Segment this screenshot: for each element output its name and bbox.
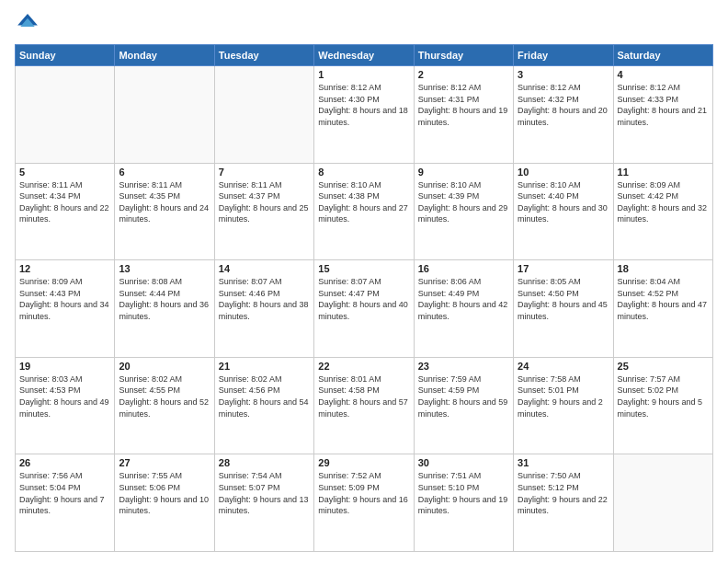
calendar-cell: 20Sunrise: 8:02 AMSunset: 4:55 PMDayligh…	[115, 357, 214, 454]
cell-info: Sunset: 4:35 PM	[119, 190, 210, 202]
day-number: 31	[518, 457, 609, 468]
cell-info: Sunrise: 8:05 AM	[518, 276, 609, 288]
calendar-cell: 30Sunrise: 7:51 AMSunset: 5:10 PMDayligh…	[414, 454, 513, 552]
cell-info: Sunset: 4:33 PM	[618, 94, 709, 106]
day-number: 29	[318, 457, 409, 468]
calendar-cell	[613, 454, 712, 552]
day-number: 28	[219, 457, 310, 468]
calendar-cell: 16Sunrise: 8:06 AMSunset: 4:49 PMDayligh…	[414, 260, 513, 358]
cell-info: Daylight: 8 hours and 36 minutes.	[119, 299, 210, 322]
calendar-cell: 27Sunrise: 7:55 AMSunset: 5:06 PMDayligh…	[115, 454, 214, 552]
cell-info: Sunset: 5:06 PM	[119, 482, 210, 494]
cell-info: Daylight: 9 hours and 13 minutes.	[219, 494, 310, 517]
header	[15, 11, 713, 37]
calendar-cell: 12Sunrise: 8:09 AMSunset: 4:43 PMDayligh…	[16, 260, 115, 358]
calendar-cell: 28Sunrise: 7:54 AMSunset: 5:07 PMDayligh…	[214, 454, 313, 552]
day-number: 27	[119, 457, 210, 468]
calendar-week-row: 19Sunrise: 8:03 AMSunset: 4:53 PMDayligh…	[16, 357, 713, 454]
weekday-header: Monday	[115, 45, 214, 66]
cell-info: Sunrise: 8:07 AM	[318, 276, 409, 288]
weekday-header: Sunday	[16, 45, 115, 66]
cell-info: Sunrise: 8:11 AM	[119, 179, 210, 191]
calendar-cell: 26Sunrise: 7:56 AMSunset: 5:04 PMDayligh…	[16, 454, 115, 552]
cell-info: Sunset: 5:09 PM	[318, 482, 409, 494]
logo	[15, 11, 44, 37]
cell-info: Daylight: 8 hours and 27 minutes.	[318, 202, 409, 225]
weekday-header-row: SundayMondayTuesdayWednesdayThursdayFrid…	[16, 45, 713, 66]
cell-info: Daylight: 9 hours and 16 minutes.	[318, 494, 409, 517]
cell-info: Daylight: 9 hours and 22 minutes.	[518, 494, 609, 517]
weekday-header: Thursday	[414, 45, 513, 66]
cell-info: Daylight: 8 hours and 47 minutes.	[618, 299, 709, 322]
cell-info: Sunrise: 8:02 AM	[119, 373, 210, 385]
cell-info: Sunset: 4:38 PM	[318, 190, 409, 202]
day-number: 7	[219, 167, 310, 178]
calendar-cell: 24Sunrise: 7:58 AMSunset: 5:01 PMDayligh…	[514, 357, 613, 454]
calendar-cell: 21Sunrise: 8:02 AMSunset: 4:56 PMDayligh…	[214, 357, 313, 454]
day-number: 3	[518, 69, 609, 80]
day-number: 23	[418, 361, 509, 372]
cell-info: Sunrise: 8:04 AM	[618, 276, 709, 288]
day-number: 21	[219, 361, 310, 372]
day-number: 10	[518, 167, 609, 178]
calendar-cell: 11Sunrise: 8:09 AMSunset: 4:42 PMDayligh…	[613, 163, 712, 260]
day-number: 13	[119, 263, 210, 274]
cell-info: Sunset: 5:01 PM	[518, 385, 609, 396]
day-number: 2	[418, 69, 509, 80]
calendar-week-row: 26Sunrise: 7:56 AMSunset: 5:04 PMDayligh…	[16, 454, 713, 552]
cell-info: Daylight: 8 hours and 34 minutes.	[19, 299, 110, 322]
calendar-cell	[16, 66, 115, 164]
day-number: 5	[19, 167, 110, 178]
cell-info: Sunset: 4:40 PM	[518, 190, 609, 202]
cell-info: Sunrise: 8:11 AM	[219, 179, 310, 191]
cell-info: Sunrise: 7:56 AM	[19, 470, 110, 482]
cell-info: Sunset: 4:53 PM	[19, 385, 110, 396]
day-number: 4	[618, 69, 709, 80]
cell-info: Sunrise: 8:08 AM	[119, 276, 210, 288]
calendar-cell	[214, 66, 313, 164]
calendar-cell: 31Sunrise: 7:50 AMSunset: 5:12 PMDayligh…	[514, 454, 613, 552]
day-number: 18	[618, 263, 709, 274]
weekday-header: Tuesday	[214, 45, 313, 66]
cell-info: Sunset: 5:12 PM	[518, 482, 609, 494]
calendar-cell: 23Sunrise: 7:59 AMSunset: 4:59 PMDayligh…	[414, 357, 513, 454]
cell-info: Sunset: 5:04 PM	[19, 482, 110, 494]
cell-info: Daylight: 8 hours and 21 minutes.	[618, 105, 709, 128]
day-number: 6	[119, 167, 210, 178]
cell-info: Sunrise: 8:03 AM	[19, 373, 110, 385]
cell-info: Daylight: 8 hours and 25 minutes.	[219, 202, 310, 225]
calendar-cell: 10Sunrise: 8:10 AMSunset: 4:40 PMDayligh…	[514, 163, 613, 260]
cell-info: Sunrise: 8:09 AM	[618, 179, 709, 191]
page: SundayMondayTuesdayWednesdayThursdayFrid…	[0, 0, 728, 563]
cell-info: Sunrise: 7:59 AM	[418, 373, 509, 385]
cell-info: Sunset: 5:07 PM	[219, 482, 310, 494]
calendar-cell: 8Sunrise: 8:10 AMSunset: 4:38 PMDaylight…	[314, 163, 414, 260]
cell-info: Sunrise: 8:02 AM	[219, 373, 310, 385]
cell-info: Sunrise: 8:12 AM	[518, 82, 609, 94]
cell-info: Sunset: 4:34 PM	[19, 190, 110, 202]
calendar-cell: 19Sunrise: 8:03 AMSunset: 4:53 PMDayligh…	[16, 357, 115, 454]
cell-info: Daylight: 8 hours and 59 minutes.	[418, 396, 509, 419]
cell-info: Daylight: 8 hours and 32 minutes.	[618, 202, 709, 225]
day-number: 17	[518, 263, 609, 274]
calendar-cell: 17Sunrise: 8:05 AMSunset: 4:50 PMDayligh…	[514, 260, 613, 358]
cell-info: Daylight: 8 hours and 49 minutes.	[19, 396, 110, 419]
calendar-cell: 7Sunrise: 8:11 AMSunset: 4:37 PMDaylight…	[214, 163, 313, 260]
cell-info: Sunset: 4:47 PM	[318, 288, 409, 300]
cell-info: Daylight: 8 hours and 54 minutes.	[219, 396, 310, 419]
cell-info: Daylight: 8 hours and 45 minutes.	[518, 299, 609, 322]
cell-info: Daylight: 8 hours and 29 minutes.	[418, 202, 509, 225]
day-number: 22	[318, 361, 409, 372]
calendar-week-row: 1Sunrise: 8:12 AMSunset: 4:30 PMDaylight…	[16, 66, 713, 164]
cell-info: Sunset: 4:31 PM	[418, 94, 509, 106]
weekday-header: Friday	[514, 45, 613, 66]
cell-info: Daylight: 8 hours and 20 minutes.	[518, 105, 609, 128]
day-number: 15	[318, 263, 409, 274]
day-number: 11	[618, 167, 709, 178]
cell-info: Sunset: 4:32 PM	[518, 94, 609, 106]
weekday-header: Saturday	[613, 45, 712, 66]
cell-info: Sunrise: 7:51 AM	[418, 470, 509, 482]
calendar-cell: 15Sunrise: 8:07 AMSunset: 4:47 PMDayligh…	[314, 260, 414, 358]
day-number: 16	[418, 263, 509, 274]
calendar-cell: 4Sunrise: 8:12 AMSunset: 4:33 PMDaylight…	[613, 66, 712, 164]
